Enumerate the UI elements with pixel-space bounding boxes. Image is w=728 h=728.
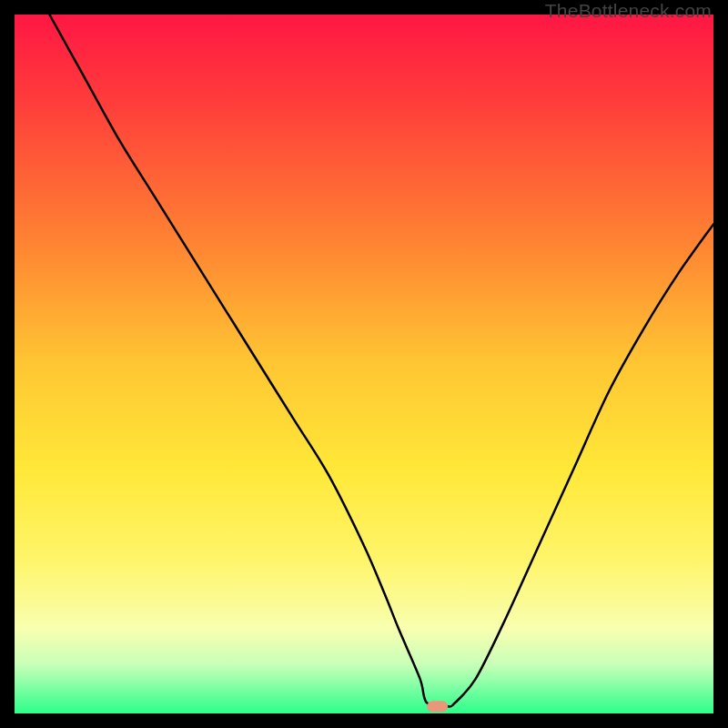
chart-container: TheBottleneck.com (0, 0, 728, 728)
gradient-background (15, 15, 713, 713)
watermark-text: TheBottleneck.com (545, 0, 712, 22)
optimal-marker (427, 701, 448, 712)
plot-area (15, 15, 713, 713)
chart-svg (15, 15, 713, 713)
